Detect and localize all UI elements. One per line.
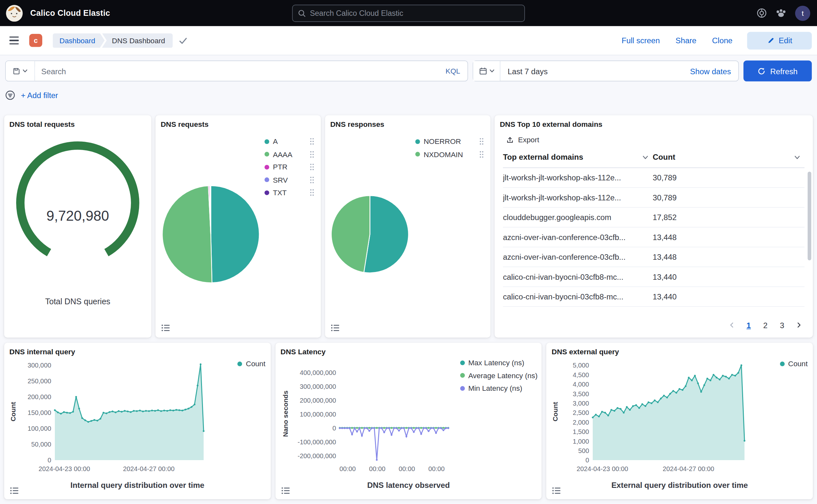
calendar-menu-button[interactable] [473,61,500,81]
svg-text:2024-04-23 00:00: 2024-04-23 00:00 [39,465,90,472]
global-search[interactable] [292,5,525,22]
legend-item[interactable]: AAAA [265,148,315,161]
table-row: azcni-over-ivan-conference-03cfb...13,44… [503,247,805,267]
space-avatar[interactable]: c [29,34,42,47]
drag-handle-icon[interactable] [305,176,315,184]
svg-text:100,000: 100,000 [28,425,51,432]
legend-label: SRV [273,176,288,184]
global-search-input[interactable] [310,9,519,17]
legend-item[interactable]: A [265,135,315,148]
column-header-count[interactable]: Count [653,152,675,161]
legend-item[interactable]: Count [237,358,265,370]
legend-item[interactable]: NXDOMAIN [415,148,484,161]
drag-handle-icon[interactable] [305,163,315,171]
legend-item[interactable]: PTR [265,161,315,174]
legend-list-icon[interactable] [330,323,341,333]
menu-icon[interactable] [8,35,20,46]
user-avatar[interactable]: t [795,5,810,21]
legend-dot [460,373,465,378]
show-dates-button[interactable]: Show dates [690,66,738,75]
drag-handle-icon[interactable] [305,189,315,197]
table-row: clouddebugger.googleapis.com17,852 [503,208,805,227]
page-button[interactable]: 3 [775,318,789,332]
drag-handle-icon[interactable] [475,138,484,145]
domain-cell: azcni-over-ivan-conference-03cfb... [503,253,653,261]
search-icon [298,9,306,17]
svg-text:00:00: 00:00 [369,465,385,472]
drag-handle-icon[interactable] [305,151,315,158]
saved-query-menu-button[interactable] [6,61,35,81]
svg-text:-100,000,000: -100,000,000 [298,438,336,446]
kql-toggle[interactable]: KQL [438,67,468,75]
svg-text:3,000: 3,000 [573,400,590,407]
panel-dns-responses: DNS responses NOERRORNXDOMAIN [325,115,490,338]
legend-list-icon[interactable] [160,323,172,333]
table-row: calico-cni-ivan-byocni-03cfb8-mc...13,44… [503,267,805,287]
sort-chevron-icon[interactable] [642,154,652,159]
next-page-icon[interactable] [792,318,805,332]
previous-page-icon[interactable] [725,318,739,332]
calico-logo[interactable] [6,5,23,22]
dashboard-row-2: DNS internal query Count 300,000250,0002… [4,343,813,499]
svg-text:0: 0 [47,457,51,464]
legend-item[interactable]: Average Latency (ns) [460,369,538,382]
legend-label: PTR [273,163,287,171]
export-button[interactable]: Export [506,136,539,144]
legend-label: NXDOMAIN [424,150,463,158]
page-button[interactable]: 1 [742,318,755,332]
panel-title: DNS Latency [275,343,542,356]
drag-handle-icon[interactable] [475,151,484,158]
legend-label: Min Latency (ns) [468,384,522,392]
full-screen-button[interactable]: Full screen [621,36,660,45]
legend: Count [237,358,265,370]
legend-list-icon[interactable] [280,486,292,496]
legend-item[interactable]: SRV [265,174,315,186]
legend-label: Count [246,359,265,368]
legend-dot [780,361,785,366]
panel-title: DNS responses [325,115,490,128]
svg-text:250,000: 250,000 [28,378,51,385]
scrollbar[interactable] [808,172,811,260]
panel-title: DNS internal query [4,343,271,356]
page-button[interactable]: 2 [759,318,772,332]
help-icon[interactable] [757,8,767,18]
y-axis-title: Count [551,402,559,421]
svg-text:50,000: 50,000 [31,441,51,448]
filter-icon[interactable] [5,90,15,100]
svg-text:2,000: 2,000 [573,419,590,426]
svg-text:200,000,000: 200,000,000 [299,397,336,404]
refresh-button-label: Refresh [770,66,798,75]
export-label: Export [518,136,539,144]
svg-text:200,000: 200,000 [28,393,51,400]
legend-item[interactable]: Count [780,358,808,370]
legend-item[interactable]: Max Latency (ns) [460,356,538,369]
panel-title: DNS external query [546,343,813,356]
share-button[interactable]: Share [676,36,697,45]
save-icon [13,67,20,75]
drag-handle-icon[interactable] [305,138,315,145]
search-input[interactable] [35,66,438,75]
clone-button[interactable]: Clone [712,36,732,45]
refresh-button[interactable]: Refresh [743,61,812,82]
column-header-domains[interactable]: Top external domains [503,152,583,161]
edit-button[interactable]: Edit [747,32,812,49]
count-cell: 17,852 [653,213,805,222]
legend-item[interactable]: Min Latency (ns) [460,382,538,395]
pagination: 123 [725,318,805,332]
breadcrumb-dashboard[interactable]: Dashboard [53,33,105,48]
breadcrumb: Dashboard DNS Dashboard [53,33,173,48]
add-filter-button[interactable]: + Add filter [21,91,58,99]
svg-text:00:00: 00:00 [428,465,445,472]
count-cell: 13,448 [653,253,805,261]
legend-list-icon[interactable] [9,486,20,496]
legend-item[interactable]: TXT [265,186,315,199]
legend-label: Max Latency (ns) [468,358,524,367]
gauge-value: 9,720,980 [4,208,151,224]
legend-item[interactable]: NOERROR [415,135,484,148]
time-range-value[interactable]: Last 7 days [500,66,555,75]
paw-icon[interactable] [776,8,786,18]
legend-list-icon[interactable] [551,486,563,496]
sort-chevron-icon[interactable] [794,154,804,159]
pencil-icon [767,36,774,44]
panel-dns-internal-query: DNS internal query Count 300,000250,0002… [4,343,271,499]
